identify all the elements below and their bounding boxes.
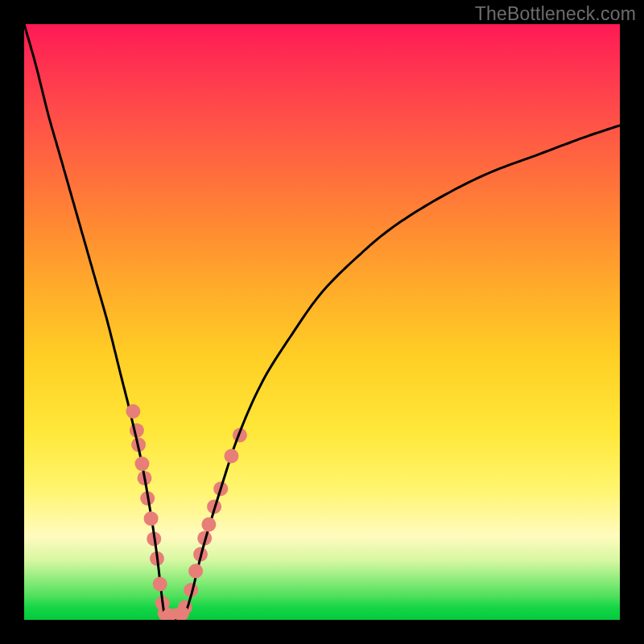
data-dot	[153, 577, 167, 592]
data-dots-above-curve	[126, 404, 238, 620]
watermark-text: TheBottleneck.com	[475, 3, 636, 25]
data-dot	[225, 449, 239, 464]
bottleneck-curve	[24, 24, 620, 620]
chart-frame: TheBottleneck.com	[0, 0, 644, 644]
chart-svg	[24, 24, 620, 620]
data-dot	[126, 404, 140, 419]
data-dot	[144, 511, 159, 526]
data-dot	[188, 564, 203, 578]
data-dot	[135, 456, 150, 471]
data-dot	[201, 518, 216, 532]
plot-area	[24, 24, 620, 620]
